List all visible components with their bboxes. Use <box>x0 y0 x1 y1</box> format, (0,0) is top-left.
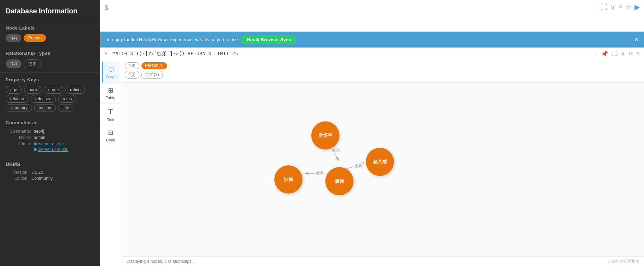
prop-relation[interactable]: relation <box>6 95 28 103</box>
rel-type-tudi-tag[interactable]: 徒弟 <box>24 59 41 68</box>
edge-label-3: 徒弟 <box>353 163 363 169</box>
svg-line-3 <box>346 163 364 169</box>
chevron-down-icon[interactable]: ∨ <box>610 3 616 11</box>
node-zhubajie[interactable]: 猪八戒 <box>366 148 394 176</box>
admin-link-1-row: :server user list <box>34 141 69 146</box>
text-tab-icon: T <box>108 107 113 116</box>
node-labels-title: Node Labels <box>6 25 95 31</box>
query-dollar: $ <box>104 51 107 56</box>
prop-released[interactable]: released <box>31 95 56 103</box>
browser-sync-banner: To enjoy the full Neo4j Browser experien… <box>100 32 644 48</box>
table-tab-icon: ⊞ <box>108 87 113 94</box>
graph-tab-label: Graph <box>106 75 117 79</box>
svg-line-2 <box>305 173 329 173</box>
query-close-icon[interactable]: × <box>637 50 640 57</box>
property-keys-row: age born name rating <box>6 86 95 94</box>
node-shawujing[interactable]: 沙僧 <box>274 165 302 194</box>
connected-as-section: Connected as Username: neo4j Roles: admi… <box>0 116 100 158</box>
admin-link-2[interactable]: :server user add <box>38 147 69 152</box>
top-bar: $ ⛶ ∨ × ☆ ▶ <box>100 0 644 32</box>
dot-icon-1 <box>34 142 37 145</box>
main-panel: $ ⛶ ∨ × ☆ ▶ To enjoy the full Neo4j Brow… <box>100 0 644 266</box>
username-value: neo4j <box>34 129 44 134</box>
banner-close-icon[interactable]: × <box>635 37 638 43</box>
admin-link-1[interactable]: :server user list <box>38 141 66 146</box>
neo4j-browser-sync-button[interactable]: Neo4j Browser Sync <box>242 35 296 44</box>
property-keys-title: Property Keys <box>6 77 95 82</box>
code-tab-label: Code <box>106 138 115 142</box>
banner-left: To enjoy the full Neo4j Browser experien… <box>106 35 296 44</box>
query-text: $ MATCH p=()-[r:`徒弟`]->() RETURN p LIMIT… <box>104 51 238 57</box>
sidebar: Database Information Node Labels *(4) Pe… <box>0 0 100 266</box>
tab-table[interactable]: ⊞ Table <box>102 83 120 104</box>
pin-icon[interactable]: 📌 <box>601 50 608 57</box>
code-tab-icon: ⊟ <box>108 129 113 137</box>
prop-summary[interactable]: summary <box>6 104 32 112</box>
close-icon[interactable]: × <box>618 3 623 11</box>
relationship-types-title: Relationship Types <box>6 51 95 56</box>
connected-as-title: Connected as <box>6 120 95 125</box>
fullscreen-icon[interactable]: ⛶ <box>612 50 617 57</box>
roles-row: Roles: admin <box>6 135 95 140</box>
prop-name[interactable]: name <box>44 86 63 94</box>
watermark: CSDN @硕风和炜 <box>608 259 639 264</box>
star-icon[interactable]: ☆ <box>625 3 632 11</box>
run-icon[interactable]: ▶ <box>635 3 640 11</box>
dbms-edition-row: Edition: Community <box>6 176 95 181</box>
node-tangseng[interactable]: 唐僧 <box>325 167 353 195</box>
admin-links-container: :server user list :server user add <box>34 141 69 153</box>
admin-row: Admin: :server user list :server user ad… <box>6 141 95 153</box>
roles-value: admin <box>34 135 45 140</box>
dbms-version-label: Version: <box>6 170 28 175</box>
download-icon[interactable]: ↓ <box>595 50 598 57</box>
table-tab-label: Table <box>106 96 115 100</box>
edge-label-1: 徒弟 <box>331 147 341 153</box>
username-row: Username: neo4j <box>6 129 95 134</box>
tab-panel: ⬡ Graph ⊞ Table T Text ⊟ Code <box>100 60 121 266</box>
node-labels-section: Node Labels *(4) Person <box>0 21 100 46</box>
expand-icon[interactable]: ⛶ <box>600 3 607 11</box>
property-keys-section: Property Keys age born name rating relat… <box>0 73 100 116</box>
prop-title[interactable]: title <box>58 104 74 112</box>
status-text: Displaying 4 nodes, 3 relationships. <box>126 259 193 264</box>
window-controls: ⛶ ∨ × ☆ ▶ <box>600 3 640 11</box>
collapse-icon[interactable]: ∧ <box>621 50 625 57</box>
node-label-person-tag[interactable]: Person <box>24 34 46 42</box>
prop-born[interactable]: born <box>24 86 42 94</box>
sidebar-title: Database Information <box>0 0 100 21</box>
banner-text: To enjoy the full Neo4j Browser experien… <box>106 37 238 42</box>
text-tab-label: Text <box>107 118 114 122</box>
relationship-types-row: *(3) 徒弟 <box>6 59 95 68</box>
query-content: MATCH p=()-[r:`徒弟`]->() RETURN p LIMIT 2… <box>113 51 238 56</box>
result-area: ⬡ Graph ⊞ Table T Text ⊟ Code *(4) P <box>100 60 644 266</box>
edge-label-2: 徒弟 <box>315 170 325 176</box>
refresh-icon[interactable]: ↺ <box>629 50 633 57</box>
badges-row-2: *(3) 徒弟(3) <box>125 71 640 79</box>
relationship-types-section: Relationship Types *(3) 徒弟 <box>0 46 100 73</box>
query-bar: $ MATCH p=()-[r:`徒弟`]->() RETURN p LIMIT… <box>100 48 644 60</box>
prop-tagline[interactable]: tagline <box>34 104 56 112</box>
prop-age[interactable]: age <box>6 86 22 94</box>
dbms-title: DBMS <box>6 162 95 167</box>
graph-view-container: *(4) Person(4) *(3) 徒弟(3) <box>121 60 644 266</box>
admin-link-2-row: :server user add <box>34 147 69 152</box>
node-sunwukong[interactable]: 孙悟空 <box>311 121 339 150</box>
tab-code[interactable]: ⊟ Code <box>102 125 120 146</box>
node-label-count-tag[interactable]: *(4) <box>6 34 21 42</box>
badge-rel-count[interactable]: *(3) <box>125 71 139 79</box>
prop-rating[interactable]: rating <box>65 86 85 94</box>
top-bar-dollar: $ <box>104 4 108 12</box>
status-bar: Displaying 4 nodes, 3 relationships. CSD… <box>121 256 644 266</box>
dbms-edition-label: Edition: <box>6 176 28 181</box>
prop-roles[interactable]: roles <box>58 95 76 103</box>
tab-graph[interactable]: ⬡ Graph <box>102 62 120 83</box>
rel-type-count-tag[interactable]: *(3) <box>6 59 21 68</box>
tab-text[interactable]: T Text <box>102 104 120 125</box>
badge-tudi-rel[interactable]: 徒弟(3) <box>141 71 163 79</box>
dbms-edition-value: Community <box>31 176 53 181</box>
badges-row-1: *(4) Person(4) <box>125 62 640 69</box>
graph-tab-icon: ⬡ <box>108 65 114 73</box>
badge-person[interactable]: Person(4) <box>141 62 167 69</box>
graph-area[interactable]: 徒弟 徒弟 徒弟 孙悟空 猪八戒 唐僧 沙僧 <box>121 83 644 256</box>
badge-count-all[interactable]: *(4) <box>125 62 139 69</box>
